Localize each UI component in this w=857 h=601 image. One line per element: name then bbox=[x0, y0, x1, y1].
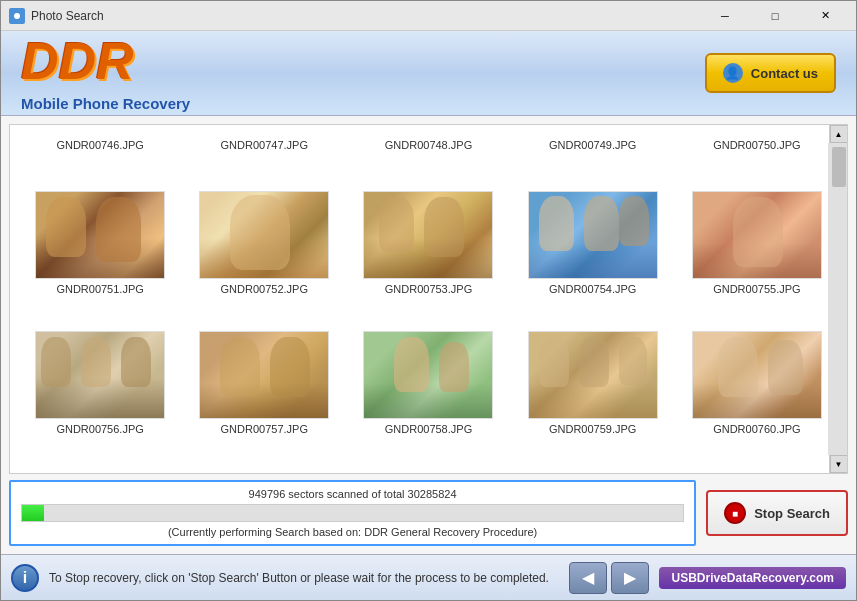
photo-thumb-757 bbox=[199, 331, 329, 419]
svg-point-1 bbox=[14, 13, 20, 19]
photo-label-749: GNDR00749.JPG bbox=[549, 139, 636, 151]
photo-thumb-760 bbox=[692, 331, 822, 419]
window-controls: ─ □ ✕ bbox=[702, 6, 848, 26]
stop-search-button[interactable]: Stop Search bbox=[706, 490, 848, 536]
progress-area: 949796 sectors scanned of total 30285824… bbox=[9, 480, 848, 546]
photo-thumb-756 bbox=[35, 331, 165, 419]
photo-cell-760[interactable]: GNDR00760.JPG bbox=[675, 325, 839, 465]
photo-label-759: GNDR00759.JPG bbox=[549, 423, 636, 435]
photo-cell-751[interactable]: GNDR00751.JPG bbox=[18, 185, 182, 325]
photo-cell-753[interactable]: GNDR00753.JPG bbox=[346, 185, 510, 325]
photo-cell-759[interactable]: GNDR00759.JPG bbox=[511, 325, 675, 465]
close-button[interactable]: ✕ bbox=[802, 6, 848, 26]
photo-grid: GNDR00746.JPG GNDR00747.JPG GNDR00748.JP… bbox=[10, 125, 847, 473]
contact-icon: 👤 bbox=[723, 63, 743, 83]
photo-label-757: GNDR00757.JPG bbox=[221, 423, 308, 435]
photo-thumb-752 bbox=[199, 191, 329, 279]
app-window: Photo Search ─ □ ✕ DDR Mobile Phone Reco… bbox=[0, 0, 857, 601]
brand-badge: USBDriveDataRecovery.com bbox=[659, 567, 846, 589]
photo-thumb-753 bbox=[363, 191, 493, 279]
photo-grid-container: GNDR00746.JPG GNDR00747.JPG GNDR00748.JP… bbox=[9, 124, 848, 474]
photo-cell-758[interactable]: GNDR00758.JPG bbox=[346, 325, 510, 465]
photo-label-756: GNDR00756.JPG bbox=[56, 423, 143, 435]
scrollbar[interactable]: ▲ ▼ bbox=[829, 125, 847, 473]
nav-buttons: ◀ ▶ bbox=[569, 562, 649, 594]
photo-label-746: GNDR00746.JPG bbox=[56, 139, 143, 151]
photo-label-752: GNDR00752.JPG bbox=[221, 283, 308, 295]
photo-cell-756[interactable]: GNDR00756.JPG bbox=[18, 325, 182, 465]
photo-cell-748[interactable]: GNDR00748.JPG bbox=[346, 133, 510, 185]
title-bar: Photo Search ─ □ ✕ bbox=[1, 1, 856, 31]
photo-cell-752[interactable]: GNDR00752.JPG bbox=[182, 185, 346, 325]
ddr-logo: DDR bbox=[21, 35, 170, 87]
progress-bar bbox=[21, 504, 684, 522]
photo-label-750: GNDR00750.JPG bbox=[713, 139, 800, 151]
minimize-button[interactable]: ─ bbox=[702, 6, 748, 26]
maximize-button[interactable]: □ bbox=[752, 6, 798, 26]
photo-label-760: GNDR00760.JPG bbox=[713, 423, 800, 435]
photo-thumb-751 bbox=[35, 191, 165, 279]
photo-cell-755[interactable]: GNDR00755.JPG bbox=[675, 185, 839, 325]
progress-note: (Currently performing Search based on: D… bbox=[21, 526, 684, 538]
photo-cell-746[interactable]: GNDR00746.JPG bbox=[18, 133, 182, 185]
photo-label-758: GNDR00758.JPG bbox=[385, 423, 472, 435]
contact-label: Contact us bbox=[751, 66, 818, 81]
photo-label-748: GNDR00748.JPG bbox=[385, 139, 472, 151]
scroll-thumb[interactable] bbox=[832, 147, 846, 187]
photo-label-753: GNDR00753.JPG bbox=[385, 283, 472, 295]
photo-cell-757[interactable]: GNDR00757.JPG bbox=[182, 325, 346, 465]
nav-back-button[interactable]: ◀ bbox=[569, 562, 607, 594]
photo-cell-754[interactable]: GNDR00754.JPG bbox=[511, 185, 675, 325]
photo-label-754: GNDR00754.JPG bbox=[549, 283, 636, 295]
stop-icon bbox=[724, 502, 746, 524]
window-title: Photo Search bbox=[31, 9, 702, 23]
photo-thumb-754 bbox=[528, 191, 658, 279]
scroll-down-button[interactable]: ▼ bbox=[830, 455, 848, 473]
photo-thumb-759 bbox=[528, 331, 658, 419]
photo-label-755: GNDR00755.JPG bbox=[713, 283, 800, 295]
photo-thumb-755 bbox=[692, 191, 822, 279]
photo-cell-747[interactable]: GNDR00747.JPG bbox=[182, 133, 346, 185]
photo-cell-749[interactable]: GNDR00749.JPG bbox=[511, 133, 675, 185]
app-subtitle: Mobile Phone Recovery bbox=[21, 95, 190, 112]
progress-box: 949796 sectors scanned of total 30285824… bbox=[9, 480, 696, 546]
photo-label-751: GNDR00751.JPG bbox=[56, 283, 143, 295]
status-bar: i To Stop recovery, click on 'Stop Searc… bbox=[1, 554, 856, 600]
photo-label-747: GNDR00747.JPG bbox=[221, 139, 308, 151]
app-header: DDR Mobile Phone Recovery 👤 Contact us bbox=[1, 31, 856, 116]
progress-bar-fill bbox=[22, 505, 44, 521]
photo-thumb-758 bbox=[363, 331, 493, 419]
nav-forward-button[interactable]: ▶ bbox=[611, 562, 649, 594]
photo-cell-750[interactable]: GNDR00750.JPG bbox=[675, 133, 839, 185]
contact-button[interactable]: 👤 Contact us bbox=[705, 53, 836, 93]
stop-search-label: Stop Search bbox=[754, 506, 830, 521]
info-icon: i bbox=[11, 564, 39, 592]
app-icon bbox=[9, 8, 25, 24]
main-content: GNDR00746.JPG GNDR00747.JPG GNDR00748.JP… bbox=[1, 116, 856, 554]
progress-scan-text: 949796 sectors scanned of total 30285824 bbox=[21, 488, 684, 500]
status-text: To Stop recovery, click on 'Stop Search'… bbox=[49, 571, 559, 585]
scroll-up-button[interactable]: ▲ bbox=[830, 125, 848, 143]
